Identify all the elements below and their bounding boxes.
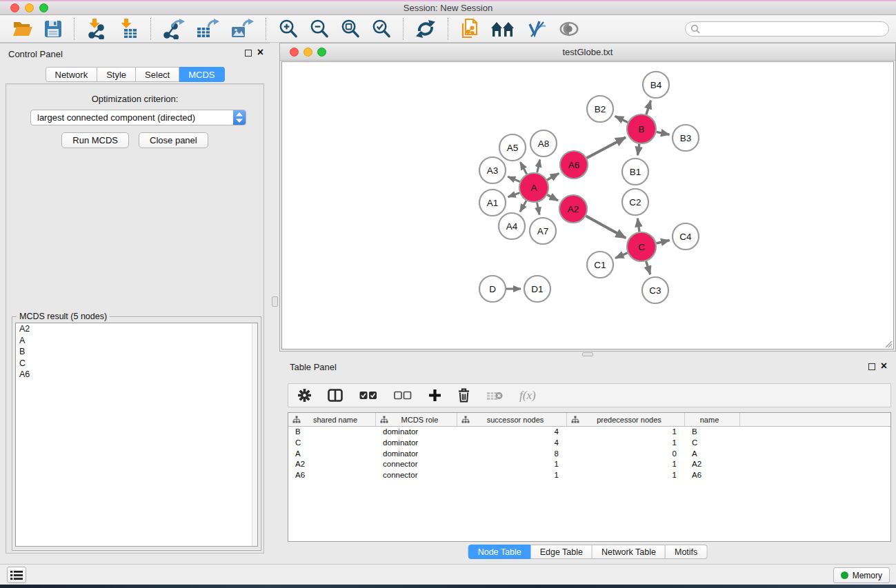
graph-edge-A-A7[interactable] — [537, 203, 539, 215]
graph-edge-C-C1[interactable] — [615, 253, 628, 258]
zoom-selected-icon[interactable] — [367, 17, 395, 41]
graph-node-C[interactable]: C — [627, 232, 656, 261]
graph-node-D[interactable]: D — [479, 276, 506, 302]
graph-edge-A-A3[interactable] — [508, 176, 520, 181]
column-header-MCDS-role[interactable]: MCDS role — [376, 413, 457, 426]
home-icon[interactable] — [486, 17, 519, 41]
mcds-result-item[interactable]: A6 — [16, 369, 257, 381]
graph-edge-B-B2[interactable] — [615, 116, 628, 122]
save-session-icon[interactable] — [40, 17, 66, 41]
table-tab-edge-table[interactable]: Edge Table — [531, 545, 593, 559]
table-row[interactable]: Bdominator41B — [288, 427, 890, 438]
import-table-icon[interactable] — [114, 17, 143, 41]
zoom-fit-icon[interactable] — [336, 17, 364, 41]
graph-node-B1[interactable]: B1 — [622, 159, 648, 185]
table-float-panel-icon[interactable] — [868, 363, 875, 370]
graph-node-C4[interactable]: C4 — [673, 223, 699, 250]
table-close-panel-icon[interactable]: × — [881, 360, 887, 372]
graph-node-B3[interactable]: B3 — [673, 125, 699, 151]
column-header-successor-nodes[interactable]: successor nodes — [457, 413, 567, 426]
import-network-icon[interactable] — [82, 17, 111, 41]
tab-network[interactable]: Network — [45, 67, 97, 82]
graph-edge-C-C2[interactable] — [637, 219, 639, 232]
resize-grip-icon[interactable] — [884, 339, 893, 348]
float-panel-icon[interactable] — [245, 50, 252, 57]
optimization-criterion-dropdown[interactable]: largest connected component (directed) — [30, 110, 246, 125]
zoom-in-icon[interactable] — [274, 17, 302, 41]
column-header-name[interactable]: name — [685, 413, 740, 426]
graph-edge-A2-C[interactable] — [586, 216, 626, 238]
table-tab-motifs[interactable]: Motifs — [666, 545, 707, 559]
graph-node-A[interactable]: A — [519, 173, 548, 202]
graph-edge-B-B4[interactable] — [646, 101, 651, 114]
mcds-result-list[interactable]: A2ABCA6 — [15, 323, 258, 547]
run-mcds-button[interactable]: Run MCDS — [61, 132, 129, 148]
vertical-splitter-handle[interactable] — [272, 296, 278, 307]
export-image-icon[interactable] — [226, 17, 258, 41]
graph-edge-B-B1[interactable] — [637, 144, 639, 155]
column-header-shared-name[interactable]: shared name — [288, 413, 376, 426]
table-row[interactable]: A2connector11A2 — [288, 459, 890, 470]
table-settings-gear-icon[interactable] — [298, 389, 311, 402]
bird-eye-view-icon[interactable] — [554, 17, 584, 41]
graph-node-C3[interactable]: C3 — [642, 277, 668, 303]
function-builder-icon[interactable]: f(x) — [519, 389, 536, 403]
graph-node-A2[interactable]: A2 — [559, 195, 587, 223]
mcds-result-item[interactable]: A — [16, 335, 257, 347]
graph-edge-A-A2[interactable] — [547, 195, 558, 201]
table-tab-node-table[interactable]: Node Table — [468, 545, 531, 559]
hide-graphics-details-icon[interactable] — [522, 17, 551, 41]
graph-node-A3[interactable]: A3 — [479, 157, 506, 183]
graph-edge-A-A4[interactable] — [520, 201, 526, 212]
graph-edge-A-A1[interactable] — [508, 193, 520, 197]
export-table-icon[interactable] — [192, 17, 223, 41]
graph-edge-C-C3[interactable] — [646, 261, 650, 274]
select-all-columns-icon[interactable] — [359, 391, 377, 400]
graph-node-B[interactable]: B — [627, 114, 656, 143]
table-tab-network-table[interactable]: Network Table — [593, 545, 666, 559]
horizontal-splitter-handle[interactable] — [582, 352, 593, 356]
show-columns-icon[interactable] — [328, 389, 343, 402]
search-input[interactable] — [685, 21, 889, 37]
network-canvas[interactable]: B4B2BB3A5A8A6B1A3AC2A1A2A4A7C4CC1DD1C3 — [281, 61, 894, 349]
graph-node-A4[interactable]: A4 — [499, 213, 525, 239]
network-from-file-icon[interactable] — [456, 17, 484, 41]
network-graph[interactable]: B4B2BB3A5A8A6B1A3AC2A1A2A4A7C4CC1DD1C3 — [282, 62, 895, 351]
graph-edge-A-A6[interactable] — [547, 173, 559, 180]
graph-edge-C-C4[interactable] — [656, 240, 669, 243]
table-row[interactable]: Cdominator41C — [288, 438, 890, 449]
graph-node-C2[interactable]: C2 — [622, 189, 648, 215]
create-column-plus-icon[interactable] — [428, 389, 441, 402]
graph-node-C1[interactable]: C1 — [587, 252, 613, 278]
graph-node-A1[interactable]: A1 — [479, 190, 506, 216]
graph-edge-A-A8[interactable] — [537, 159, 540, 172]
mcds-result-item[interactable]: A2 — [16, 323, 257, 335]
graph-edge-B-B3[interactable] — [657, 132, 670, 134]
tab-mcds[interactable]: MCDS — [179, 67, 224, 82]
graph-edge-A6-B[interactable] — [587, 137, 626, 158]
tab-select[interactable]: Select — [136, 67, 179, 82]
graph-node-A5[interactable]: A5 — [499, 134, 526, 161]
graph-node-A8[interactable]: A8 — [530, 130, 557, 156]
tab-style[interactable]: Style — [97, 67, 136, 82]
show-panels-list-button[interactable] — [7, 567, 26, 583]
mcds-result-item[interactable]: B — [16, 346, 257, 358]
result-list-scrollbar[interactable] — [252, 323, 257, 546]
column-header-predecessor-nodes[interactable]: predecessor nodes — [567, 413, 685, 426]
apply-layout-refresh-icon[interactable] — [411, 17, 440, 41]
memory-button[interactable]: Memory — [833, 567, 890, 583]
network-window-titlebar[interactable]: testGlobe.txt — [280, 43, 895, 61]
graph-node-B4[interactable]: B4 — [643, 72, 669, 98]
graph-node-D1[interactable]: D1 — [524, 276, 550, 302]
table-row[interactable]: A6connector11A6 — [288, 470, 890, 481]
delete-table-icon[interactable] — [486, 390, 503, 401]
export-network-icon[interactable] — [159, 17, 189, 41]
mcds-result-item[interactable]: C — [16, 358, 257, 369]
close-panel-icon[interactable]: × — [257, 46, 263, 59]
table-row[interactable]: Adominator80A — [288, 449, 890, 460]
graph-edge-A-A5[interactable] — [520, 162, 526, 174]
open-session-icon[interactable] — [8, 17, 37, 41]
zoom-out-icon[interactable] — [305, 17, 333, 41]
unselect-all-columns-icon[interactable] — [394, 391, 412, 400]
close-panel-button[interactable]: Close panel — [139, 132, 208, 148]
